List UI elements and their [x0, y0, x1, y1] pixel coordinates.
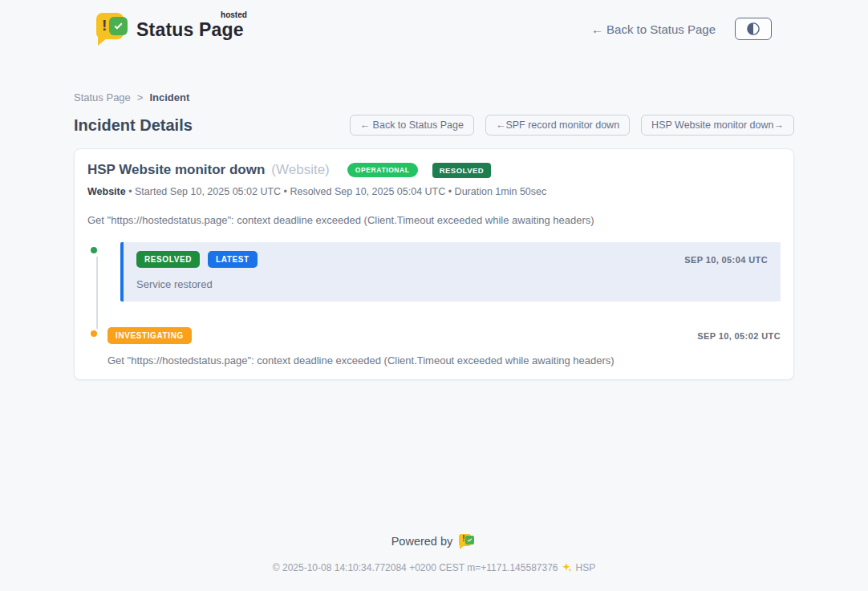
timeline-entry-plain: INVESTIGATING SEP 10, 05:02 UTC Get "htt… [107, 326, 781, 366]
update-timestamp: SEP 10, 05:04 UTC [684, 255, 768, 265]
timeline-dot-orange [88, 328, 99, 339]
incident-meta-component: Website [87, 186, 126, 197]
footer: Powered by ! © 2025-10-08 14:10:34.77208… [0, 533, 868, 591]
status-page-mini-logo-icon[interactable]: ! [459, 533, 477, 549]
header-back-link[interactable]: ← Back to Status Page [591, 22, 716, 36]
logo-text: Status Page [136, 19, 244, 40]
status-page-logo-icon: ! [96, 13, 128, 45]
incident-card: HSP Website monitor down (Website) OPERA… [74, 148, 794, 380]
incident-timeline: RESOLVED LATEST SEP 10, 05:04 UTC Servic… [87, 242, 781, 366]
breadcrumb-separator: > [137, 91, 144, 103]
main-content: Status Page > Incident Incident Details … [74, 91, 794, 533]
breadcrumb-incident: Incident [149, 91, 189, 103]
update-message: Service restored [136, 278, 768, 290]
breadcrumb: Status Page > Incident [74, 91, 794, 103]
incident-title: HSP Website monitor down [87, 162, 265, 178]
circle-half-icon [746, 22, 761, 36]
breadcrumb-status-page[interactable]: Status Page [74, 91, 131, 103]
incident-component: (Website) [271, 162, 329, 178]
latest-update-badge: LATEST [208, 251, 258, 268]
resolved-update-badge: RESOLVED [136, 251, 200, 268]
powered-by-label: Powered by [391, 535, 453, 548]
timeline-entry-resolved: RESOLVED LATEST SEP 10, 05:04 UTC Servic… [87, 242, 781, 302]
timeline-entry-box: RESOLVED LATEST SEP 10, 05:04 UTC Servic… [120, 242, 781, 302]
incident-meta: Website • Started Sep 10, 2025 05:02 UTC… [87, 186, 781, 197]
app-logo[interactable]: ! Status Page hosted [96, 13, 244, 45]
page-title: Incident Details [74, 116, 193, 135]
next-incident-button[interactable]: HSP Website monitor down→ [641, 115, 794, 136]
update-timestamp: SEP 10, 05:02 UTC [697, 331, 781, 341]
incident-meta-dates: • Started Sep 10, 2025 05:02 UTC • Resol… [126, 186, 547, 197]
sparkles-icon [562, 562, 573, 573]
copyright-text: © 2025-10-08 14:10:34.772084 +0200 CEST … [273, 562, 558, 573]
back-to-status-page-button[interactable]: ← Back to Status Page [350, 115, 474, 136]
check-icon [109, 17, 128, 35]
timeline-dot-green [88, 245, 99, 256]
incident-description: Get "https://hostedstatus.page": context… [87, 214, 781, 226]
operational-badge: OPERATIONAL [347, 163, 418, 177]
theme-toggle-button[interactable] [735, 18, 772, 40]
investigating-update-badge: INVESTIGATING [107, 327, 192, 344]
incident-nav-buttons: ← Back to Status Page ←SPF record monito… [350, 115, 794, 136]
timeline-entry-investigating: INVESTIGATING SEP 10, 05:02 UTC Get "htt… [87, 326, 781, 366]
header: ! Status Page hosted ← Back to Status Pa… [0, 0, 868, 55]
logo-superscript: hosted [221, 10, 247, 19]
check-icon [465, 536, 474, 544]
copyright-suffix: HSP [576, 562, 596, 573]
resolved-badge: RESOLVED [432, 163, 492, 178]
update-message: Get "https://hostedstatus.page": context… [107, 354, 781, 366]
prev-incident-button[interactable]: ←SPF record monitor down [485, 115, 630, 136]
copyright-line: © 2025-10-08 14:10:34.772084 +0200 CEST … [0, 562, 868, 573]
